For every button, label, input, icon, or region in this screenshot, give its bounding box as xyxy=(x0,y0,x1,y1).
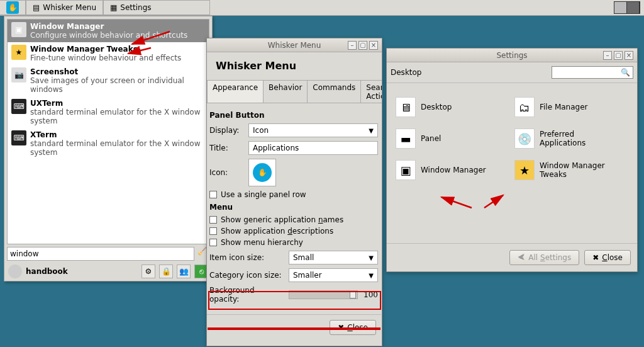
close-button[interactable]: ✖ Close xyxy=(584,250,631,265)
window-title: Settings xyxy=(387,51,637,60)
wm-tweaks-icon: ★ xyxy=(11,45,26,60)
list-item-xterm[interactable]: ⌨ XTerm standard terminal emulator for t… xyxy=(8,128,209,159)
task-label: Whisker Menu xyxy=(43,3,96,12)
checkbox-icon xyxy=(209,227,217,235)
window-titlebar[interactable]: Settings – ▢ × xyxy=(387,48,637,62)
whisker-footer: handbook ⚙ 🔒 👥 ⎋ xyxy=(4,262,212,281)
settings-item-panel[interactable]: ▬ Panel xyxy=(396,128,509,149)
tiny-icon: ▦ xyxy=(110,3,117,12)
minimize-button[interactable]: – xyxy=(603,51,612,60)
title-input[interactable] xyxy=(248,141,378,155)
item-icon-size-select[interactable]: Small ▼ xyxy=(289,251,378,265)
item-title: Window Manager xyxy=(30,22,187,31)
settings-toolbar: Desktop 🔍 xyxy=(387,62,637,83)
button-label: All Settings xyxy=(528,253,571,262)
tiny-icon: ▤ xyxy=(33,3,40,12)
settings-search[interactable]: 🔍 xyxy=(552,66,633,79)
preferred-apps-icon: 💿 xyxy=(514,128,535,149)
hierarchy-checkbox[interactable]: Show menu hierarchy xyxy=(209,238,378,247)
whisker-launcher[interactable]: ✋ xyxy=(0,0,26,15)
button-label: Close xyxy=(347,323,368,332)
section-menu: Menu xyxy=(209,203,378,212)
settings-item-window-manager[interactable]: ▣ Window Manager xyxy=(396,160,509,180)
workspace-1[interactable] xyxy=(614,2,627,13)
workspace-2[interactable] xyxy=(627,2,640,13)
label-category-icon-size: Category icon size: xyxy=(209,271,285,280)
display-select[interactable]: Icon ▼ xyxy=(248,123,378,137)
workspace-pager[interactable] xyxy=(614,1,640,14)
panel-icon: ▬ xyxy=(396,128,416,149)
select-value: Icon xyxy=(253,126,269,135)
close-icon: ✖ xyxy=(338,323,344,332)
single-row-checkbox[interactable]: Use a single panel row xyxy=(209,190,378,199)
minimize-button[interactable]: – xyxy=(348,41,357,50)
tab-search-actions[interactable]: Search Actions xyxy=(360,80,382,103)
file-manager-icon: 🗂 xyxy=(514,97,535,117)
whisker-menu-popup: ▣ Window Manager Configure window behavi… xyxy=(4,16,213,282)
task-label: Settings xyxy=(120,3,151,12)
button-label: Close xyxy=(602,253,623,262)
tab-commands[interactable]: Commands xyxy=(307,80,361,103)
item-label: Window ManagerTweaks xyxy=(540,161,605,179)
opacity-slider[interactable] xyxy=(289,290,358,299)
dialog-header: Whisker Menu xyxy=(216,60,373,72)
settings-footer: ⮜ All Settings ✖ Close xyxy=(387,243,637,271)
application-list: ▣ Window Manager Configure window behavi… xyxy=(7,19,209,244)
settings-window: Settings – ▢ × Desktop 🔍 🖥 Desktop 🗂 Fil… xyxy=(386,48,638,272)
item-label: File Manager xyxy=(540,103,588,111)
settings-item-desktop[interactable]: 🖥 Desktop xyxy=(396,97,509,117)
close-button[interactable]: × xyxy=(625,51,633,60)
item-title: Window Manager Tweaks xyxy=(30,45,181,54)
item-label: PreferredApplications xyxy=(540,130,586,148)
maximize-button[interactable]: ▢ xyxy=(614,51,623,60)
label-bg-opacity: Background opacity: xyxy=(209,286,285,304)
list-item-uxterm[interactable]: ⌨ UXTerm standard terminal emulator for … xyxy=(8,96,209,128)
close-button[interactable]: × xyxy=(369,41,378,50)
users-button[interactable]: 👥 xyxy=(177,265,191,278)
category-icon-size-select[interactable]: Smaller ▼ xyxy=(289,268,378,282)
settings-item-wm-tweaks[interactable]: ★ Window ManagerTweaks xyxy=(514,160,628,180)
settings-item-preferred-apps[interactable]: 💿 PreferredApplications xyxy=(514,128,628,149)
item-desc: standard terminal emulator for the X win… xyxy=(30,139,205,157)
item-title: UXTerm xyxy=(30,99,205,108)
settings-launcher-button[interactable]: ⚙ xyxy=(142,265,155,278)
item-label: Window Manager xyxy=(421,166,486,174)
select-value: Small xyxy=(293,253,314,262)
list-item-window-manager[interactable]: ▣ Window Manager Configure window behavi… xyxy=(8,20,209,42)
task-settings[interactable]: ▦ Settings xyxy=(103,0,210,15)
chevron-down-icon: ▼ xyxy=(369,127,374,134)
item-label: Panel xyxy=(421,134,441,143)
breadcrumb: Desktop xyxy=(391,68,422,77)
checkbox-label: Use a single panel row xyxy=(221,190,306,199)
list-item-screenshot[interactable]: 📷 Screenshot Save images of your screen … xyxy=(8,65,209,96)
settings-item-file-manager[interactable]: 🗂 File Manager xyxy=(514,97,628,117)
checkbox-label: Show application descriptions xyxy=(221,227,333,236)
window-titlebar[interactable]: Whisker Menu – ▢ × xyxy=(207,38,382,52)
all-settings-button[interactable]: ⮜ All Settings xyxy=(509,250,579,265)
desktop-icon: 🖥 xyxy=(396,97,416,117)
maximize-button[interactable]: ▢ xyxy=(358,41,367,50)
checkbox-icon xyxy=(209,191,217,198)
item-title: XTerm xyxy=(30,130,205,139)
slider-thumb[interactable] xyxy=(350,291,356,299)
wm-icon: ▣ xyxy=(11,22,26,37)
top-panel: ✋ ▤ Whisker Menu ▦ Settings xyxy=(0,0,644,16)
lock-button[interactable]: 🔒 xyxy=(159,265,173,278)
list-item-wm-tweaks[interactable]: ★ Window Manager Tweaks Fine-tune window… xyxy=(8,42,209,65)
search-row: 🧹 xyxy=(7,247,209,261)
item-desc: Fine-tune window behaviour and effects xyxy=(30,54,181,62)
task-whisker-menu[interactable]: ▤ Whisker Menu xyxy=(26,0,103,15)
tab-appearance[interactable]: Appearance xyxy=(207,80,264,103)
section-panel-button: Panel Button xyxy=(209,111,378,120)
label-display: Display: xyxy=(209,126,245,135)
generic-names-checkbox[interactable]: Show generic application names xyxy=(209,215,378,224)
tab-behavior[interactable]: Behavior xyxy=(263,80,308,103)
whisker-logo-icon: ✋ xyxy=(253,163,272,182)
window-manager-icon: ▣ xyxy=(396,160,416,180)
icon-chooser-button[interactable]: ✋ xyxy=(248,159,276,186)
search-input[interactable] xyxy=(7,247,194,261)
item-desc: Save images of your screen or individual… xyxy=(30,76,205,94)
chevron-down-icon: ▼ xyxy=(369,272,374,279)
close-button[interactable]: ✖ Close xyxy=(330,320,376,335)
descriptions-checkbox[interactable]: Show application descriptions xyxy=(209,227,378,236)
